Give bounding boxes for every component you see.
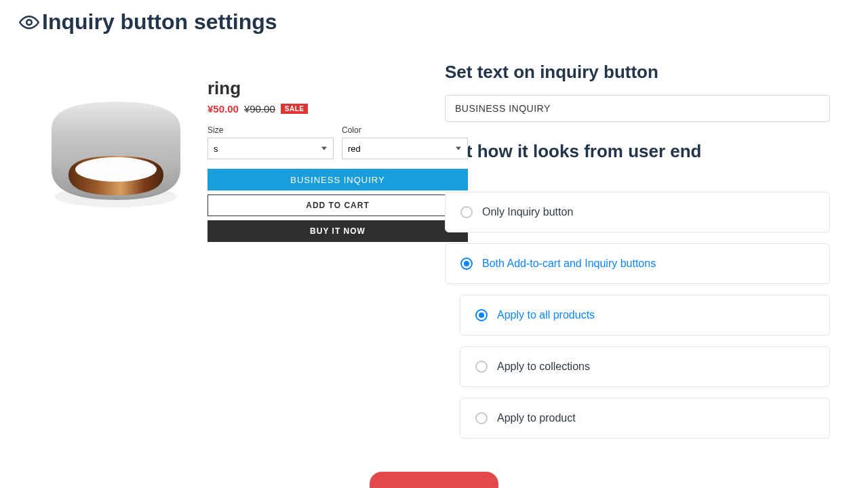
option-both-buttons[interactable]: Both Add-to-cart and Inquiry buttons [445, 243, 830, 284]
option-label: Apply to all products [497, 309, 595, 321]
inquiry-button[interactable]: BUSINESS INQUIRY [208, 169, 468, 190]
bottom-action-pill[interactable] [370, 472, 498, 488]
svg-point-0 [26, 20, 32, 25]
radio-icon [475, 309, 488, 321]
size-label: Size [208, 125, 334, 135]
eye-icon [19, 12, 39, 33]
settings-panel: Set text on inquiry button Set how it lo… [445, 62, 830, 449]
buy-it-now-button[interactable]: BUY IT NOW [208, 220, 468, 242]
option-apply-all[interactable]: Apply to all products [460, 295, 830, 336]
product-preview: ring ¥50.00 ¥90.00 SALE Size Color [38, 62, 418, 449]
product-image [38, 78, 194, 234]
radio-icon [460, 258, 473, 270]
color-select[interactable] [342, 138, 468, 159]
svg-point-2 [75, 157, 157, 182]
inquiry-text-input[interactable] [445, 95, 830, 122]
option-label: Apply to collections [497, 361, 590, 373]
option-only-inquiry[interactable]: Only Inquiry button [445, 192, 830, 232]
add-to-cart-button[interactable]: ADD TO CART [208, 195, 468, 216]
page-title: Inquiry button settings [0, 0, 868, 35]
option-label: Apply to product [497, 412, 576, 424]
price: ¥50.00 [208, 103, 239, 115]
product-info: ring ¥50.00 ¥90.00 SALE Size Color [208, 78, 468, 449]
radio-icon [475, 361, 488, 373]
sale-badge: SALE [281, 104, 309, 114]
product-name: ring [208, 78, 468, 99]
option-label: Both Add-to-cart and Inquiry buttons [482, 258, 656, 270]
option-apply-collections[interactable]: Apply to collections [460, 346, 830, 387]
set-text-heading: Set text on inquiry button [445, 62, 830, 83]
option-apply-product[interactable]: Apply to product [460, 398, 830, 439]
set-look-heading: Set how it looks from user end [445, 141, 830, 162]
radio-icon [475, 412, 488, 424]
radio-icon [460, 206, 473, 218]
compare-price: ¥90.00 [244, 103, 275, 115]
option-label: Only Inquiry button [482, 206, 573, 218]
price-line: ¥50.00 ¥90.00 SALE [208, 103, 468, 115]
size-select[interactable] [208, 138, 334, 159]
page-title-text: Inquiry button settings [42, 9, 277, 35]
